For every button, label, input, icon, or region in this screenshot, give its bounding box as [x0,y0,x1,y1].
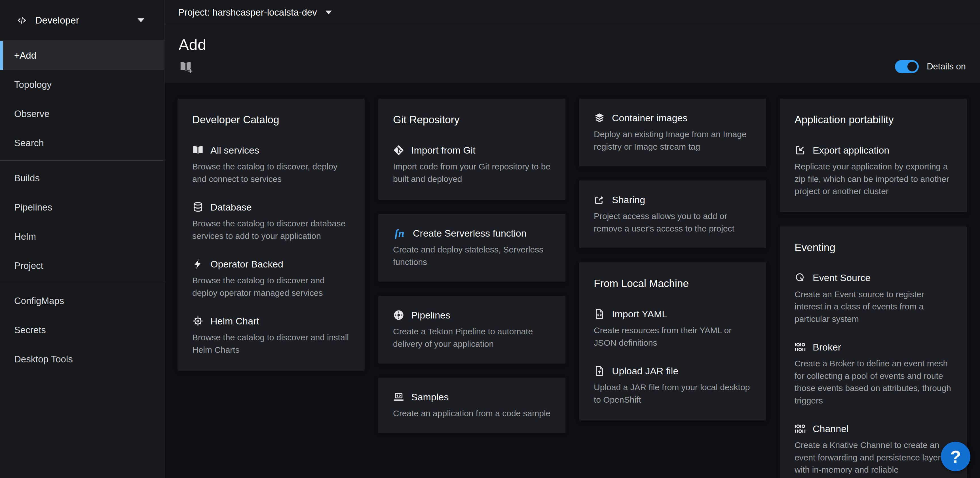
item-description: Create a Tekton Pipeline to automate del… [393,325,551,350]
cards-column-3: Container images Deploy an existing Imag… [579,98,766,421]
main-content: Project: harshcasper-localsta-dev Add De… [164,0,980,478]
item-label: Channel [813,423,849,434]
sidebar-item-label: Search [14,138,44,148]
item-create-serverless-function[interactable]: fn Create Serverless function Create and… [393,227,551,268]
details-toggle-group: Details on [895,60,966,73]
details-toggle-label: Details on [927,62,966,72]
chevron-down-icon [138,18,144,22]
sidebar-item-helm[interactable]: Helm [0,222,164,251]
details-toggle-knob [907,62,917,71]
question-mark-icon: ? [950,446,961,467]
help-button[interactable]: ? [941,442,970,471]
item-container-images[interactable]: Container images Deploy an existing Imag… [594,112,751,153]
quick-starts-book-plus-icon[interactable] [179,60,193,74]
sidebar-item-label: Topology [14,79,52,90]
item-import-from-git[interactable]: Import from Git Import code from your Gi… [393,145,551,185]
sidebar-item-project[interactable]: Project [0,251,164,280]
card-title: Application portability [795,114,952,126]
sidebar-item-label: Desktop Tools [14,354,73,365]
item-description: Browse the catalog to discover and insta… [192,331,350,356]
cards-column-4: Application portability Export applicati… [780,98,967,478]
item-label: Broker [813,342,841,353]
item-operator-backed[interactable]: Operator Backed Browse the catalog to di… [192,259,350,299]
item-event-source[interactable]: Event Source Create an Event source to r… [795,272,952,325]
laptop-code-icon [393,391,404,403]
project-selector[interactable]: Project: harshcasper-localsta-dev [164,0,980,25]
add-cards-grid: Developer Catalog All services Browse th… [164,83,980,478]
sidebar-item-label: Project [14,260,43,271]
export-application-icon [795,145,806,156]
card-application-portability: Application portability Export applicati… [780,98,967,212]
sidebar-item-pipelines[interactable]: Pipelines [0,193,164,222]
item-label: Samples [411,392,449,403]
sidebar: Developer +Add Topology Observe Search B… [0,0,164,478]
git-icon [393,145,404,156]
item-description: Project access allows you to add or remo… [594,210,751,235]
item-sharing[interactable]: Sharing Project access allows you to add… [594,194,751,235]
sidebar-item-topology[interactable]: Topology [0,70,164,99]
item-pipelines[interactable]: Pipelines Create a Tekton Pipeline to au… [393,310,551,350]
item-all-services[interactable]: All services Browse the catalog to disco… [192,145,350,185]
sidebar-item-configmaps[interactable]: ConfigMaps [0,286,164,315]
item-samples[interactable]: Samples Create an application from a cod… [393,391,551,420]
card-serverless-function: fn Create Serverless function Create and… [378,214,565,282]
item-label: Helm Chart [210,316,259,327]
item-channel[interactable]: Channel Create a Knative Channel to crea… [795,423,952,476]
binary-bits-icon [795,341,806,353]
file-upload-icon [594,365,605,376]
item-description: Upload a JAR file from your local deskto… [594,381,751,406]
database-icon [192,202,204,213]
item-description: Browse the catalog to discover and deplo… [192,274,350,299]
item-description: Create resources from their YAML or JSON… [594,324,751,349]
item-label: Import YAML [612,308,667,319]
project-selector-label: Project: harshcasper-localsta-dev [178,7,317,18]
file-code-icon [594,308,605,319]
sidebar-item-label: Secrets [14,325,46,335]
event-source-icon [795,272,806,284]
tekton-pipelines-icon [393,310,404,321]
card-title: Eventing [795,242,952,254]
binary-bits-icon [795,423,806,434]
item-description: Create an Event source to register inter… [795,288,952,325]
card-git-repository: Git Repository Import from Git Import co… [378,98,565,200]
item-label: Pipelines [411,310,450,321]
item-import-yaml[interactable]: Import YAML Create resources from their … [594,308,751,349]
sidebar-item-desktop-tools[interactable]: Desktop Tools [0,345,164,374]
card-title: From Local Machine [594,278,751,290]
cards-column-1: Developer Catalog All services Browse th… [178,98,365,371]
item-label: Database [210,202,252,213]
item-broker[interactable]: Broker Create a Broker to define an even… [795,341,952,407]
item-helm-chart[interactable]: Helm Chart Browse the catalog to discove… [192,315,350,356]
cards-column-2: Git Repository Import from Git Import co… [378,98,565,433]
perspective-switcher[interactable]: Developer [0,0,164,41]
details-toggle[interactable] [895,60,919,73]
sidebar-item-label: Pipelines [14,202,52,213]
item-label: All services [210,145,259,156]
sidebar-item-label: Observe [14,108,49,119]
sidebar-item-label: ConfigMaps [14,295,64,306]
layers-icon [594,112,605,124]
item-label: Export application [813,145,889,156]
code-icon [16,14,28,26]
card-samples: Samples Create an application from a cod… [378,378,565,433]
item-upload-jar-file[interactable]: Upload JAR file Upload a JAR file from y… [594,365,751,406]
page-title: Add [179,36,966,53]
sidebar-item-add[interactable]: +Add [0,41,164,70]
card-developer-catalog: Developer Catalog All services Browse th… [178,98,365,371]
item-description: Replicate your application by exporting … [795,160,952,197]
bolt-icon [192,259,204,270]
sidebar-item-label: +Add [14,50,36,61]
card-eventing: Eventing Event Source Create an Event so… [780,226,967,478]
sidebar-item-label: Builds [14,173,40,184]
item-label: Import from Git [411,145,476,156]
chevron-down-icon [326,11,332,14]
sidebar-item-builds[interactable]: Builds [0,164,164,193]
sidebar-item-search[interactable]: Search [0,129,164,157]
item-description: Browse the catalog to discover, deploy a… [192,160,350,185]
sidebar-item-observe[interactable]: Observe [0,99,164,129]
item-export-application[interactable]: Export application Replicate your applic… [795,145,952,197]
sidebar-item-label: Helm [14,231,36,242]
item-database[interactable]: Database Browse the catalog to discover … [192,202,350,242]
sidebar-item-secrets[interactable]: Secrets [0,315,164,345]
item-label: Sharing [612,194,645,205]
